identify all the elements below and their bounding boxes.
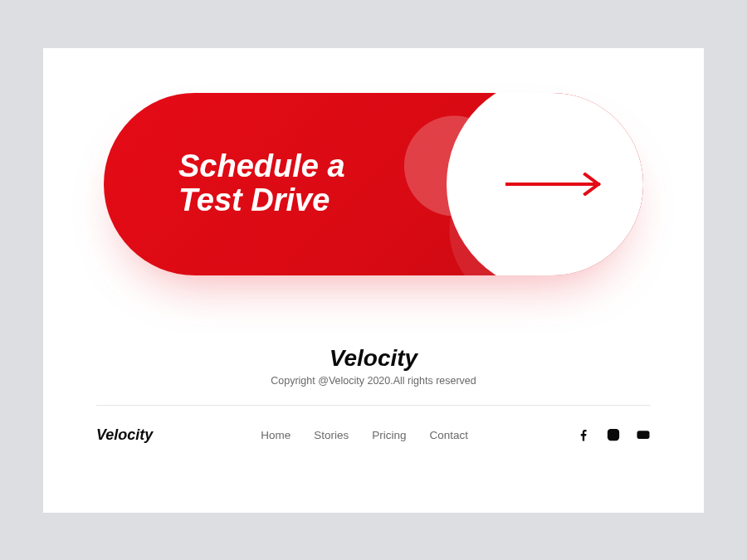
cta-title: Schedule a Test Drive — [178, 149, 345, 219]
footer: Velocity Home Stories Pricing Contact — [96, 426, 651, 444]
facebook-icon[interactable] — [576, 427, 591, 442]
arrow-right-icon — [505, 173, 605, 196]
svg-point-3 — [616, 431, 618, 432]
brand-block: Velocity Copyright @Velocity 2020.All ri… — [43, 345, 704, 387]
brand-name: Velocity — [43, 345, 704, 372]
nav-pricing[interactable]: Pricing — [372, 429, 406, 441]
nav-stories[interactable]: Stories — [314, 429, 349, 441]
divider — [96, 405, 651, 406]
cta-arrow-button[interactable] — [447, 93, 643, 275]
page: Schedule a Test Drive Velocity Copyright… — [43, 48, 704, 513]
youtube-icon[interactable] — [636, 427, 651, 442]
cta-pill: Schedule a Test Drive — [104, 93, 643, 275]
cta: Schedule a Test Drive — [104, 93, 643, 275]
instagram-icon[interactable] — [606, 427, 621, 442]
svg-point-2 — [611, 432, 616, 437]
social-links — [576, 427, 651, 442]
copyright-text: Copyright @Velocity 2020.All rights rese… — [43, 375, 704, 387]
footer-nav: Home Stories Pricing Contact — [261, 429, 468, 441]
footer-logo: Velocity — [96, 426, 153, 444]
nav-contact[interactable]: Contact — [430, 429, 469, 441]
nav-home[interactable]: Home — [261, 429, 290, 441]
